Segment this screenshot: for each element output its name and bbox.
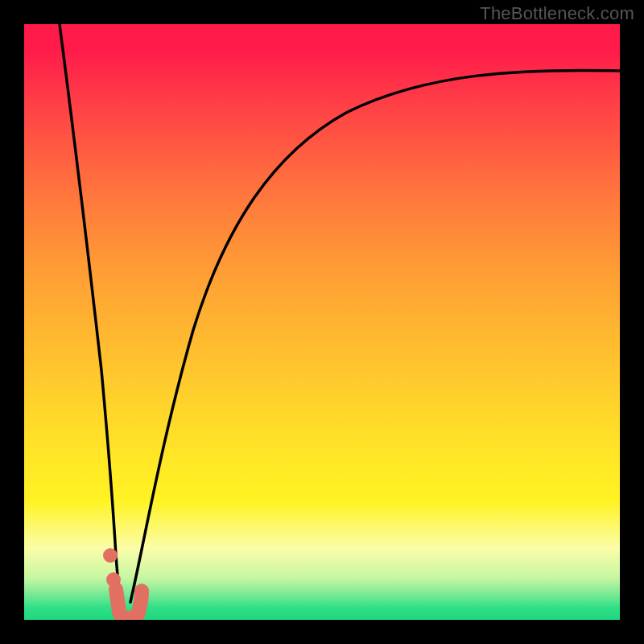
chart-frame: TheBottleneck.com — [0, 0, 644, 644]
curve-right — [130, 70, 620, 602]
chart-svg — [24, 24, 620, 620]
curve-left — [60, 24, 121, 605]
marker-dot-upper — [103, 548, 118, 563]
plot-area — [24, 24, 620, 620]
marker-hook — [116, 589, 142, 618]
watermark-text: TheBottleneck.com — [480, 3, 634, 24]
